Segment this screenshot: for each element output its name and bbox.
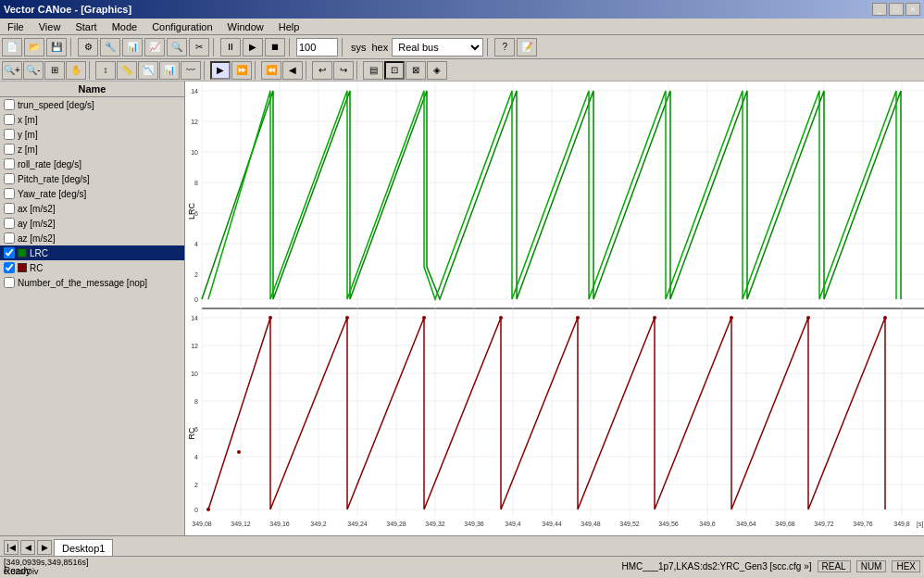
signal-item-6[interactable]: Yaw_rate [deg/s] xyxy=(0,186,184,201)
signal-label-8: ay [m/s2] xyxy=(18,219,56,229)
signal-checkbox-5[interactable] xyxy=(4,173,15,184)
view-btn3[interactable]: ⊠ xyxy=(406,61,426,80)
signal-checkbox-4[interactable] xyxy=(4,158,15,170)
graph-btn-1[interactable]: 📉 xyxy=(138,61,158,80)
signal-checkbox-0[interactable] xyxy=(4,99,15,110)
new-button[interactable]: 📄 xyxy=(2,38,22,57)
menu-configuration[interactable]: Configuration xyxy=(148,20,216,33)
menu-help[interactable]: Help xyxy=(275,20,304,33)
signal-checkbox-12[interactable] xyxy=(4,277,15,288)
zoom-fit-button[interactable]: ⊞ xyxy=(44,61,65,80)
tb-btn-2[interactable]: 🔧 xyxy=(100,38,120,57)
rewind-btn[interactable]: ⏪ xyxy=(261,61,281,80)
menu-start[interactable]: Start xyxy=(71,20,100,33)
extra-btn3[interactable]: ◈ xyxy=(427,61,447,80)
signal-checkbox-9[interactable] xyxy=(4,232,15,244)
graph-btn-3[interactable]: 〰 xyxy=(181,61,201,80)
measure-btn[interactable]: 📏 xyxy=(117,61,137,80)
tb-btn-1[interactable]: ⚙ xyxy=(78,38,98,57)
signal-item-5[interactable]: Pitch_rate [deg/s] xyxy=(0,171,184,186)
svg-text:349,12: 349,12 xyxy=(231,521,251,527)
signal-checkbox-11[interactable] xyxy=(4,262,15,273)
zoom-out-button[interactable]: 🔍- xyxy=(23,61,44,80)
svg-text:[s]: [s] xyxy=(917,521,923,528)
script-button[interactable]: 📝 xyxy=(517,38,537,57)
zoom-in-button[interactable]: 🔍+ xyxy=(2,61,22,80)
svg-point-80 xyxy=(653,316,656,320)
tb-btn-3[interactable]: 📊 xyxy=(122,38,143,57)
tb-btn-6[interactable]: ✂ xyxy=(189,38,209,57)
signal-label-1: x [m] xyxy=(18,115,38,125)
signal-item-2[interactable]: y [m] xyxy=(0,127,184,142)
cursor-btn[interactable]: ↕ xyxy=(95,61,116,80)
tb-btn-4[interactable]: 📈 xyxy=(144,38,165,57)
separator5 xyxy=(487,38,491,57)
svg-text:8: 8 xyxy=(194,180,198,186)
signal-item-1[interactable]: x [m] xyxy=(0,112,184,127)
svg-text:349,44: 349,44 xyxy=(542,521,562,527)
svg-text:349,28: 349,28 xyxy=(386,521,406,527)
sep-tb2-4 xyxy=(306,61,309,80)
separator2 xyxy=(213,38,217,57)
signal-item-0[interactable]: trun_speed [deg/s] xyxy=(0,97,184,112)
svg-text:0: 0 xyxy=(194,507,198,513)
signal-checkbox-2[interactable] xyxy=(4,129,15,140)
back-btn[interactable]: ◀ xyxy=(282,61,303,80)
svg-text:349,72: 349,72 xyxy=(814,521,834,527)
signal-item-12[interactable]: Number_of_the_message [nop] xyxy=(0,275,184,290)
menu-view[interactable]: View xyxy=(35,20,65,33)
signal-item-8[interactable]: ay [m/s2] xyxy=(0,216,184,231)
signal-item-11[interactable]: RC xyxy=(0,260,184,275)
svg-text:6: 6 xyxy=(194,210,198,217)
signal-checkbox-6[interactable] xyxy=(4,188,15,199)
maximize-button[interactable]: □ xyxy=(889,3,904,16)
signal-item-7[interactable]: ax [m/s2] xyxy=(0,201,184,216)
signal-checkbox-1[interactable] xyxy=(4,114,15,125)
status-hex: HEX xyxy=(892,560,920,572)
menu-file[interactable]: File xyxy=(4,20,28,33)
help-button[interactable]: ? xyxy=(494,38,515,57)
play-btn[interactable]: ▶ xyxy=(210,61,231,80)
tab-desktop1[interactable]: Desktop1 xyxy=(54,539,113,556)
nav-prev[interactable]: ◀ xyxy=(20,540,35,555)
graph-area[interactable]: LRC RC 14 12 10 8 6 4 2 0 14 xyxy=(185,82,924,535)
svg-point-73 xyxy=(206,508,210,511)
signal-item-10[interactable]: LRC xyxy=(0,245,184,260)
extra-btn1[interactable]: ↩ xyxy=(312,61,332,80)
title-bar-controls[interactable]: _ □ × xyxy=(872,3,920,16)
tb-btn-7[interactable]: ⏸ xyxy=(220,38,241,57)
signal-label-11: RC xyxy=(30,263,43,273)
status-bar: [349,0939s,349,8516s] 0.02s/Div Ready HM… xyxy=(0,556,924,576)
speed-input[interactable] xyxy=(296,38,338,57)
menu-window[interactable]: Window xyxy=(224,20,268,33)
signal-item-4[interactable]: roll_rate [deg/s] xyxy=(0,157,184,171)
signal-item-3[interactable]: z [m] xyxy=(0,142,184,157)
forward-btn[interactable]: ⏩ xyxy=(231,61,252,80)
minimize-button[interactable]: _ xyxy=(872,3,887,16)
signal-checkbox-3[interactable] xyxy=(4,144,15,155)
tb-btn-5[interactable]: 🔍 xyxy=(167,38,187,57)
nav-next[interactable]: ▶ xyxy=(37,540,52,555)
signal-checkbox-8[interactable] xyxy=(4,218,15,229)
tb-btn-9[interactable]: ⏹ xyxy=(265,38,285,57)
separator1 xyxy=(70,38,74,57)
svg-text:349,16: 349,16 xyxy=(269,521,290,527)
bus-dropdown[interactable]: Real bus Simulation bus xyxy=(392,38,483,57)
nav-first[interactable]: |◀ xyxy=(4,540,19,555)
extra-btn2[interactable]: ↪ xyxy=(333,61,354,80)
signal-checkbox-10[interactable] xyxy=(4,247,15,258)
svg-text:349,56: 349,56 xyxy=(658,521,679,527)
view-btn1[interactable]: ▤ xyxy=(363,61,383,80)
save-button[interactable]: 💾 xyxy=(46,38,67,57)
signal-item-9[interactable]: az [m/s2] xyxy=(0,231,184,245)
close-button[interactable]: × xyxy=(905,3,920,16)
menu-mode[interactable]: Mode xyxy=(108,20,142,33)
view-btn2[interactable]: ⊡ xyxy=(384,61,405,80)
toolbar-secondary: 🔍+ 🔍- ⊞ ✋ ↕ 📏 📉 📊 〰 ▶ ⏩ ⏪ ◀ ↩ ↪ ▤ ⊡ ⊠ ◈ xyxy=(0,59,924,82)
tb-btn-8[interactable]: ▶ xyxy=(243,38,263,57)
pan-button[interactable]: ✋ xyxy=(66,61,86,80)
open-button[interactable]: 📂 xyxy=(24,38,44,57)
signal-label-4: roll_rate [deg/s] xyxy=(18,159,81,170)
graph-btn-2[interactable]: 📊 xyxy=(159,61,180,80)
signal-checkbox-7[interactable] xyxy=(4,203,15,214)
